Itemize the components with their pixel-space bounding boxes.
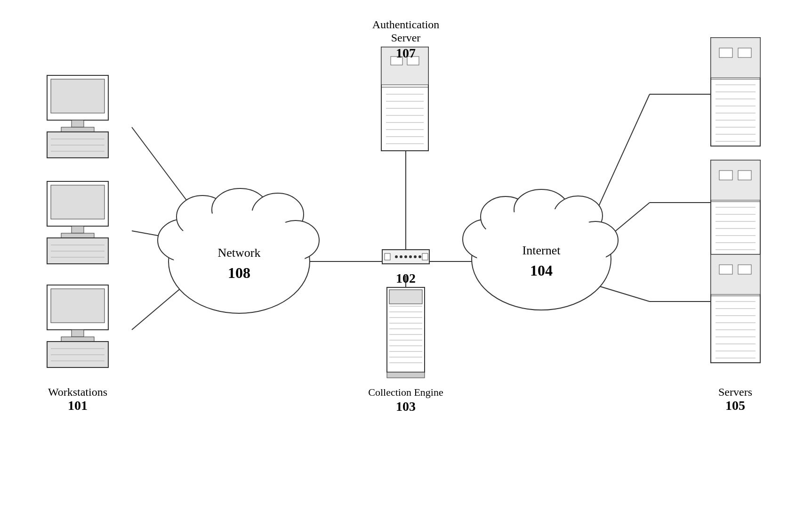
internet-cloud: Internet 104 [463, 189, 618, 310]
network-label: Network [218, 246, 261, 260]
svg-rect-80 [51, 289, 105, 323]
collection-engine-number: 103 [396, 399, 416, 414]
auth-server-label2: Server [391, 32, 421, 44]
firewall-number: 102 [396, 271, 416, 285]
svg-point-47 [418, 255, 421, 258]
firewall-icon [382, 250, 429, 264]
internet-number: 104 [530, 262, 553, 279]
workstations-number: 101 [68, 398, 88, 413]
svg-rect-74 [61, 233, 94, 238]
svg-rect-48 [422, 253, 428, 260]
collection-engine-label: Collection Engine [368, 386, 443, 398]
svg-rect-50 [389, 290, 422, 304]
svg-rect-102 [711, 160, 760, 200]
svg-rect-72 [51, 185, 105, 219]
server-top [711, 38, 760, 146]
svg-point-44 [404, 255, 407, 258]
servers-number: 105 [725, 398, 745, 413]
auth-server-number: 107 [396, 46, 416, 60]
svg-rect-41 [385, 253, 390, 260]
svg-rect-104 [738, 171, 751, 180]
diagram-svg: Network 108 Internet 104 [0, 0, 812, 530]
svg-point-42 [395, 255, 398, 258]
svg-rect-64 [51, 79, 105, 113]
workstation-1 [47, 75, 108, 158]
svg-rect-66 [61, 127, 94, 132]
network-cloud: Network 108 [158, 188, 319, 313]
svg-rect-82 [61, 337, 94, 342]
svg-rect-90 [738, 48, 751, 57]
auth-server-icon [381, 47, 428, 151]
workstations-label: Workstations [48, 386, 107, 398]
server-middle [711, 160, 760, 269]
servers-label: Servers [718, 386, 752, 398]
network-number: 108 [228, 264, 250, 281]
svg-rect-65 [72, 120, 84, 127]
svg-rect-116 [711, 254, 760, 294]
svg-point-46 [414, 255, 417, 258]
svg-rect-118 [738, 265, 751, 274]
auth-server-label1: Authentication [372, 18, 440, 31]
svg-rect-62 [387, 372, 425, 378]
internet-label: Internet [523, 244, 561, 257]
svg-rect-73 [72, 226, 84, 233]
collection-engine-icon [387, 287, 425, 378]
workstation-2 [47, 181, 108, 264]
network-diagram: Network 108 Internet 104 [0, 0, 812, 530]
svg-rect-103 [719, 171, 732, 180]
server-bottom [711, 254, 760, 363]
svg-point-45 [409, 255, 412, 258]
svg-point-43 [400, 255, 402, 258]
svg-rect-89 [719, 48, 732, 57]
svg-rect-81 [72, 330, 84, 337]
workstation-3 [47, 285, 108, 367]
svg-rect-117 [719, 265, 732, 274]
svg-rect-88 [711, 38, 760, 78]
